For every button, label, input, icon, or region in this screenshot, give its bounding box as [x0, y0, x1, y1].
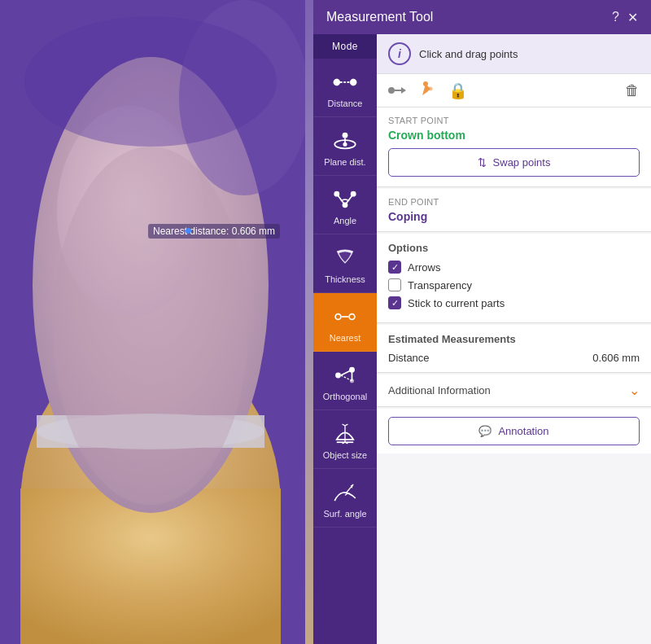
- nearest-label: Nearest: [330, 333, 361, 343]
- panel-body: Mode Distance: [313, 34, 651, 644]
- svg-point-16: [343, 133, 348, 138]
- estimated-section: Estimated Measurements Distance 0.606 mm: [377, 325, 651, 373]
- objectsize-label: Object size: [323, 450, 367, 460]
- help-icon[interactable]: ?: [612, 10, 619, 24]
- svg-point-43: [388, 87, 395, 94]
- thickness-icon: [331, 244, 359, 272]
- mode-btn-distance[interactable]: Distance: [313, 59, 377, 117]
- distance-row: Distance 0.606 mm: [388, 352, 640, 364]
- arrow-tool-icon[interactable]: [388, 81, 409, 99]
- svg-point-7: [53, 147, 248, 505]
- objectsize-icon: [331, 420, 359, 448]
- mode-btn-orthogonal[interactable]: Orthogonal: [313, 352, 377, 410]
- content-area: i Click and drag points 🔒: [377, 34, 651, 644]
- svg-point-9: [24, 16, 277, 147]
- end-point-value: Coping: [388, 210, 640, 223]
- thickness-label: Thickness: [325, 274, 365, 284]
- annotation-label: Annotation: [498, 425, 548, 437]
- surfangle-label: Surf. angle: [323, 509, 366, 519]
- option-stick-checkbox[interactable]: [388, 296, 401, 309]
- svg-marker-13: [337, 78, 341, 86]
- option-stick-row: Stick to current parts: [388, 296, 640, 309]
- option-stick-label: Stick to current parts: [408, 297, 505, 309]
- mode-sidebar: Mode Distance: [313, 34, 377, 644]
- info-bar: i Click and drag points: [377, 34, 651, 74]
- svg-line-38: [343, 424, 345, 426]
- svg-marker-45: [401, 87, 406, 94]
- distance-icon: [331, 68, 359, 96]
- 3d-model-svg: [0, 0, 305, 644]
- panel-header: Measurement Tool ? ✕: [313, 0, 651, 34]
- distance-value: 0.606 mm: [592, 352, 640, 364]
- end-point-label: End Point: [388, 197, 640, 207]
- mode-btn-nearest[interactable]: Nearest: [313, 293, 377, 352]
- trash-icon[interactable]: 🗑: [625, 82, 640, 99]
- end-point-section: End Point Coping: [377, 189, 651, 232]
- option-transparency-label: Transparency: [408, 279, 472, 291]
- option-arrows-label: Arrows: [408, 261, 440, 274]
- distance-label: Distance: [328, 99, 363, 108]
- svg-line-31: [341, 370, 352, 375]
- mode-btn-surfangle[interactable]: Surf. angle: [313, 469, 377, 528]
- mode-btn-thickness[interactable]: Thickness: [313, 234, 377, 293]
- edit-tool-icon[interactable]: [419, 81, 439, 100]
- annotation-section: 💬 Annotation: [377, 409, 651, 453]
- svg-marker-14: [349, 78, 353, 86]
- mode-label: Mode: [313, 34, 377, 59]
- distance-key: Distance: [388, 352, 430, 364]
- orthogonal-label: Orthogonal: [323, 392, 367, 401]
- angle-label: Angle: [334, 216, 356, 226]
- option-arrows-checkbox[interactable]: [388, 261, 401, 274]
- mode-btn-angle[interactable]: Angle: [313, 176, 377, 234]
- start-point-label: Start Point: [388, 116, 640, 125]
- svg-point-18: [343, 142, 347, 147]
- start-point-section: Start Point Crown bottom ⇅ Swap points: [377, 107, 651, 187]
- svg-point-27: [336, 314, 340, 318]
- chevron-down-icon: ⌄: [629, 383, 640, 398]
- lock-icon[interactable]: 🔒: [448, 81, 468, 100]
- nearest-icon: [331, 303, 359, 331]
- svg-point-29: [335, 373, 341, 379]
- additional-info-section[interactable]: Additional Information ⌄: [377, 375, 651, 407]
- toolbar-row: 🔒 🗑: [377, 74, 651, 107]
- close-icon[interactable]: ✕: [627, 10, 638, 25]
- mode-btn-planedist[interactable]: Plane dist.: [313, 117, 377, 176]
- swap-label: Swap points: [493, 156, 551, 169]
- panel-title: Measurement Tool: [326, 10, 433, 24]
- mode-btn-objectsize[interactable]: Object size: [313, 410, 377, 469]
- 3d-viewport[interactable]: Nearest distance: 0.606 mm: [0, 0, 313, 644]
- svg-line-37: [345, 424, 347, 426]
- start-point-value: Crown bottom: [388, 129, 640, 142]
- orthogonal-icon: [331, 361, 359, 389]
- surfangle-icon: [331, 479, 359, 506]
- swap-points-button[interactable]: ⇅ Swap points: [388, 148, 640, 177]
- info-text: Click and drag points: [419, 48, 518, 60]
- info-circle-icon: i: [388, 42, 411, 65]
- annotation-icon: 💬: [478, 425, 492, 437]
- svg-point-47: [429, 87, 433, 91]
- options-section: Options Arrows Transparency Stick to cur…: [377, 234, 651, 323]
- annotation-button[interactable]: 💬 Annotation: [388, 417, 640, 445]
- header-icons: ? ✕: [612, 10, 638, 25]
- angle-icon: [331, 186, 359, 213]
- svg-point-46: [423, 81, 428, 86]
- swap-icon: ⇅: [478, 156, 487, 169]
- svg-point-28: [350, 314, 354, 318]
- right-panel: Measurement Tool ? ✕ Mode Distance: [313, 0, 651, 644]
- additional-label: Additional Information: [388, 384, 491, 396]
- option-arrows-row: Arrows: [388, 261, 640, 274]
- measurement-dot: [186, 228, 191, 234]
- options-title: Options: [388, 242, 640, 254]
- option-transparency-checkbox[interactable]: [388, 278, 401, 291]
- estimated-title: Estimated Measurements: [388, 333, 640, 345]
- option-transparency-row: Transparency: [388, 278, 640, 291]
- measurement-label: Nearest distance: 0.606 mm: [148, 224, 280, 239]
- planedist-label: Plane dist.: [324, 157, 365, 167]
- svg-point-34: [350, 379, 354, 383]
- planedist-icon: [331, 127, 359, 155]
